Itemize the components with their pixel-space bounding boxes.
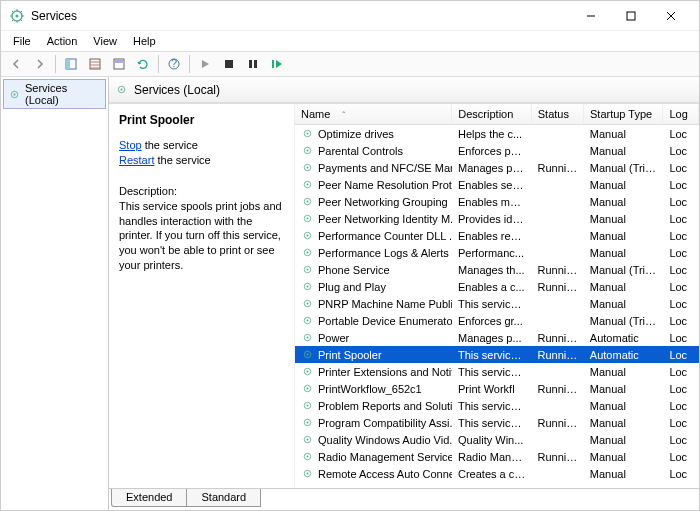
help-button[interactable]: ? [163,53,185,75]
show-hide-tree-button[interactable] [60,53,82,75]
svg-point-57 [307,456,309,458]
svg-point-59 [307,473,309,475]
content: Print Spooler Stop the service Restart t… [109,103,699,488]
view-tabs: Extended Standard [109,488,699,510]
svg-point-17 [121,89,123,91]
svg-point-35 [307,269,309,271]
list-header-title: Services (Local) [134,83,220,97]
description-text: This service spools print jobs and handl… [119,199,284,273]
restart-service-button[interactable] [266,53,288,75]
table-row[interactable]: Print SpoolerThis service ...RunningAuto… [295,346,699,363]
svg-point-49 [307,388,309,390]
tree-pane: Services (Local) [1,77,109,510]
window-title: Services [31,9,571,23]
table-row[interactable]: Parental ControlsEnforces pa...ManualLoc [295,142,699,159]
tree-item-services-local[interactable]: Services (Local) [3,79,106,109]
table-row[interactable]: Phone ServiceManages th...RunningManual … [295,261,699,278]
svg-rect-11 [249,60,252,68]
svg-point-43 [307,337,309,339]
table-row[interactable]: Peer Networking Identity M...Provides id… [295,210,699,227]
svg-rect-13 [272,60,274,68]
export-button[interactable] [84,53,106,75]
svg-point-55 [307,439,309,441]
tree-item-label: Services (Local) [25,82,101,106]
svg-text:?: ? [171,57,177,69]
gear-icon [115,83,128,96]
selected-service-name: Print Spooler [119,112,284,128]
description-label: Description: [119,184,284,199]
menubar: File Action View Help [1,31,699,51]
svg-point-45 [307,354,309,356]
tab-extended[interactable]: Extended [111,489,187,507]
close-button[interactable] [651,2,691,30]
table-row[interactable]: Optimize drivesHelps the c...ManualLoc [295,125,699,142]
right-pane: Services (Local) Print Spooler Stop the … [109,77,699,510]
svg-point-33 [307,252,309,254]
svg-point-37 [307,286,309,288]
col-logon[interactable]: Log [663,104,699,125]
svg-point-23 [307,167,309,169]
services-app-icon [9,8,25,24]
table-row[interactable]: Payments and NFC/SE Man...Manages pa...R… [295,159,699,176]
table-row[interactable]: Performance Counter DLL ...Enables rem..… [295,227,699,244]
svg-rect-10 [225,60,233,68]
forward-button[interactable] [29,53,51,75]
svg-point-39 [307,303,309,305]
table-row[interactable]: PrintWorkflow_652c1Print WorkflRunningMa… [295,380,699,397]
restart-link[interactable]: Restart [119,154,154,166]
col-startup[interactable]: Startup Type [584,104,663,125]
table-row[interactable]: Remote Access Auto Conne...Creates a co.… [295,465,699,482]
svg-point-1 [16,14,19,17]
services-grid[interactable]: Name Description Status Startup Type Log… [295,104,699,488]
svg-rect-4 [66,59,70,69]
body: Services (Local) Services (Local) Print … [1,77,699,510]
svg-point-25 [307,184,309,186]
maximize-button[interactable] [611,2,651,30]
pause-service-button[interactable] [242,53,264,75]
table-row[interactable]: Performance Logs & AlertsPerformanc...Ma… [295,244,699,261]
table-row[interactable]: Plug and PlayEnables a c...RunningManual… [295,278,699,295]
table-row[interactable]: Quality Windows Audio Vid...Quality Win.… [295,431,699,448]
col-status[interactable]: Status [531,104,583,125]
properties-button[interactable] [108,53,130,75]
back-button[interactable] [5,53,27,75]
stop-link[interactable]: Stop [119,139,142,151]
svg-rect-12 [254,60,257,68]
svg-point-21 [307,150,309,152]
svg-point-15 [14,93,16,95]
start-service-button[interactable] [194,53,216,75]
toolbar: ? [1,51,699,77]
svg-point-31 [307,235,309,237]
table-row[interactable]: Radio Management ServiceRadio Mana...Run… [295,448,699,465]
services-window: Services File Action View Help ? S [0,0,700,511]
col-name[interactable]: Name [295,104,452,125]
table-row[interactable]: Program Compatibility Assi...This servic… [295,414,699,431]
titlebar: Services [1,1,699,31]
svg-point-53 [307,422,309,424]
svg-rect-7 [115,60,123,63]
table-row[interactable]: Peer Networking GroupingEnables mul...Ma… [295,193,699,210]
details-pane: Print Spooler Stop the service Restart t… [109,104,295,488]
menu-help[interactable]: Help [127,33,162,49]
svg-point-47 [307,371,309,373]
table-row[interactable]: Printer Extensions and Notif...This serv… [295,363,699,380]
stop-service-button[interactable] [218,53,240,75]
menu-view[interactable]: View [87,33,123,49]
col-description[interactable]: Description [452,104,531,125]
table-row[interactable]: Problem Reports and Soluti...This servic… [295,397,699,414]
menu-file[interactable]: File [7,33,37,49]
svg-point-41 [307,320,309,322]
table-row[interactable]: Peer Name Resolution Prot...Enables serv… [295,176,699,193]
table-row[interactable]: Portable Device Enumerator...Enforces gr… [295,312,699,329]
tab-standard[interactable]: Standard [186,489,261,507]
svg-point-27 [307,201,309,203]
refresh-button[interactable] [132,53,154,75]
list-header: Services (Local) [109,77,699,103]
table-row[interactable]: PNRP Machine Name Publi...This service .… [295,295,699,312]
table-row[interactable]: PowerManages p...RunningAutomaticLoc [295,329,699,346]
minimize-button[interactable] [571,2,611,30]
menu-action[interactable]: Action [41,33,84,49]
svg-point-19 [307,133,309,135]
svg-rect-2 [627,12,635,20]
svg-point-29 [307,218,309,220]
